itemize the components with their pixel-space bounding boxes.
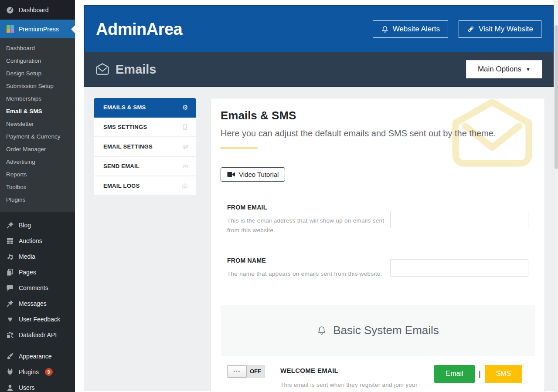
main-options-dropdown[interactable]: Main Options ▼ [466,60,542,78]
from-email-row: FROM EMAIL This is the email address tha… [221,195,535,248]
from-name-input[interactable] [390,259,528,277]
sidebar-item-label: PremiumPress [19,26,59,33]
gear-icon: ⚙ [182,104,188,112]
website-alerts-label: Website Alerts [393,25,440,34]
welcome-email-description: This email is sent when they register an… [280,380,424,392]
submenu-item-configuration[interactable]: Configuration [0,54,75,67]
sidebar-item-comments[interactable]: Comments [0,280,75,296]
tab-email-settings[interactable]: EMAIL SETTINGS ⇄ [94,137,196,157]
submenu-item-toolbox[interactable]: Toolbox [0,181,75,193]
comment-icon [6,284,14,292]
admin-main-column: AdminArea Website Alerts Visit My Websit… [84,0,554,392]
basic-system-emails-header: Basic System Emails [221,305,535,356]
page-title: Emails [95,62,157,77]
sidebar-item-label: User Feedback [19,316,60,323]
submenu-item-memberships[interactable]: Memberships [0,92,75,105]
sidebar-item-datafeedr-api[interactable]: Datafeedr API [0,327,75,343]
sidebar-item-label: Comments [19,284,48,291]
pin-icon [6,299,14,308]
toggle-state-label: OFF [247,368,264,375]
sidebar-middle-group: Blog Auctions Media Pages [0,217,75,343]
link-icon [467,25,475,33]
screen: Dashboard PremiumPress Dashboard Configu… [0,0,558,392]
sidebar-item-blog[interactable]: Blog [0,217,75,233]
table-icon [6,237,14,245]
tab-sms-settings[interactable]: SMS SETTINGS [94,118,196,137]
sidebar-bottom-group: Appearance Plugins 9 Users [0,348,75,392]
sidebar-item-user-feedback[interactable]: ♥ User Feedback [0,311,75,327]
website-alerts-button[interactable]: Website Alerts [373,20,448,38]
sidebar-item-label: Pages [19,269,36,276]
submenu-item-reports[interactable]: Reports [0,168,75,181]
submenu-item-email-sms[interactable]: Email & SMS [0,105,75,118]
edit-email-button[interactable]: Email [434,365,475,383]
from-name-row: FROM NAME The name that appears on email… [221,248,535,291]
sidebar-item-label: Datafeedr API [19,331,57,338]
video-tutorial-button[interactable]: Video Tutorial [221,167,285,182]
from-name-label: FROM NAME [227,257,390,264]
tab-email-logs[interactable]: EMAIL LOGS [94,176,196,196]
submenu-item-payment-currency[interactable]: Payment & Currency [0,130,75,143]
panel-subtitle: Here you can adjust the default emails a… [221,128,535,139]
submenu-item-plugins[interactable]: Plugins [0,193,75,206]
visit-my-website-label: Visit My Website [479,25,533,34]
from-name-description: The name that appears on emails sent fro… [227,269,390,279]
welcome-email-toggle[interactable]: ••• OFF [227,365,265,378]
sidebar-item-users[interactable]: Users [0,380,75,392]
submenu-item-order-manager[interactable]: Order Manager [0,143,75,155]
submenu-item-submission-setup[interactable]: Submission Setup [0,80,75,92]
edit-sms-button[interactable]: SMS [485,365,522,383]
sidebar-item-label: Appearance [19,353,52,360]
from-email-label: FROM EMAIL [227,204,390,211]
video-camera-icon [227,171,235,178]
sidebar-item-auctions[interactable]: Auctions [0,233,75,249]
tab-send-email[interactable]: SEND EMAIL ✉ [94,157,196,176]
sidebar-item-media[interactable]: Media [0,249,75,264]
sidebar-item-label: Dashboard [19,7,49,14]
from-email-input[interactable] [390,211,528,228]
emails-sms-panel: Emails & SMS Here you can adjust the def… [211,98,545,392]
plug-icon [6,368,14,376]
sidebar-item-label: Auctions [19,237,42,244]
submenu-item-design-setup[interactable]: Design Setup [0,67,75,80]
work-area: EMAILS & SMS ⚙ SMS SETTINGS EMAIL SETTIN… [84,87,554,391]
scrollbar-thumb[interactable] [555,25,558,169]
sidebar-item-label: Plugins [19,368,39,375]
wp-admin-sidebar: Dashboard PremiumPress Dashboard Configu… [0,0,75,392]
premiumpress-grid-icon [6,25,14,34]
from-email-description: This is the email address that will show… [227,216,390,236]
heart-icon: ♥ [6,315,14,324]
submenu-item-dashboard[interactable]: Dashboard [0,42,75,54]
gauge-icon [6,6,14,14]
visit-my-website-button[interactable]: Visit My Website [459,20,541,38]
envelope-icon: ✉ [183,162,188,170]
bell-icon [316,325,327,336]
bell-icon [381,25,389,34]
sidebar-item-label: Media [19,253,35,260]
submenu-item-advertising[interactable]: Advertising [0,155,75,168]
sidebar-item-dashboard[interactable]: Dashboard [0,0,75,20]
sidebar-item-label: Blog [19,222,31,229]
plugins-count-badge: 9 [45,368,53,376]
media-icon [6,252,14,261]
sidebar-item-premiumpress[interactable]: PremiumPress [0,20,75,38]
mobile-icon [181,123,188,131]
toggle-handle[interactable]: ••• [228,365,247,378]
sidebar-item-label: Users [19,384,35,391]
email-settings-subnav: EMAILS & SMS ⚙ SMS SETTINGS EMAIL SETTIN… [94,98,196,196]
scrollbar[interactable] [554,0,558,392]
page-toolbar: Emails Main Options ▼ [84,52,554,87]
adminarea-logo: AdminArea [96,20,182,39]
yellow-accent-bar [221,147,258,149]
tab-emails-and-sms[interactable]: EMAILS & SMS ⚙ [94,98,196,118]
button-separator: | [479,369,481,378]
brush-icon [6,352,14,361]
submenu-item-newsletter[interactable]: Newsletter [0,118,75,130]
sidebar-item-messages[interactable]: Messages [0,296,75,311]
chevron-down-icon: ▼ [526,67,531,72]
sidebar-item-appearance[interactable]: Appearance [0,348,75,364]
sidebar-item-plugins[interactable]: Plugins 9 [0,364,75,380]
sidebar-item-pages[interactable]: Pages [0,264,75,280]
datafeedr-grid-icon [6,331,14,339]
brand-header: AdminArea Website Alerts Visit My Websit… [84,5,554,52]
